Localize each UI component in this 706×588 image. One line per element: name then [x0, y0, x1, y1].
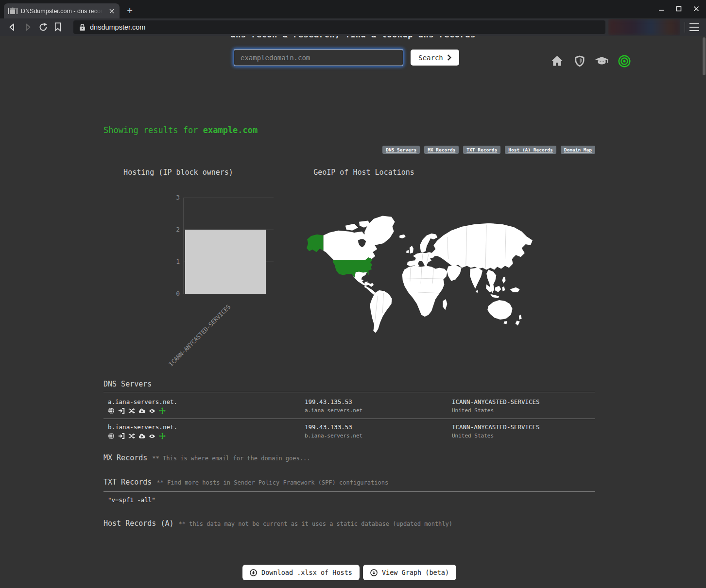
- browser-tab[interactable]: DNSdumpster.com - dns recon and research…: [4, 3, 120, 18]
- dns-server-ip: 199.43.133.53: [305, 423, 352, 431]
- dns-server-host: b.iana-servers.net: [305, 433, 362, 439]
- back-button[interactable]: [7, 22, 17, 32]
- divider: [103, 419, 595, 419]
- dns-servers-heading: DNS Servers: [103, 380, 152, 388]
- bar-chart-x-label: ICANN-ANYCASTED-SERVICES: [166, 302, 233, 369]
- url-bar[interactable]: dnsdumpster.com: [73, 20, 605, 34]
- dns-row-actions: [108, 433, 166, 439]
- search-button-label: Search: [418, 54, 443, 62]
- divider: [103, 392, 595, 392]
- badge-host-a-records[interactable]: Host (A) Records: [505, 146, 556, 154]
- mx-records-heading: MX Records** This is where email for the…: [103, 454, 310, 462]
- eye-icon[interactable]: [149, 407, 155, 414]
- page-content: dns recon & research, find & lookup dns …: [0, 36, 706, 588]
- chevron-right-icon: [447, 54, 451, 61]
- section-nav-badges: DNS Servers MX Records TXT Records Host …: [382, 146, 595, 154]
- badge-mx-records[interactable]: MX Records: [424, 146, 459, 154]
- reload-button[interactable]: [38, 22, 48, 32]
- minimize-button[interactable]: [656, 4, 666, 14]
- dns-server-row: b.iana-servers.net. 199.43.133.53 b.iana…: [103, 421, 595, 445]
- view-graph-button[interactable]: View Graph (beta): [363, 565, 456, 580]
- cloud-download-icon[interactable]: [138, 407, 145, 414]
- cloud-download-icon[interactable]: [138, 433, 145, 439]
- url-text: dnsdumpster.com: [90, 23, 145, 31]
- menu-button[interactable]: [689, 23, 699, 31]
- download-xlsx-button[interactable]: Download .xlsx of Hosts: [242, 565, 360, 580]
- lock-icon: [79, 23, 86, 31]
- globe-icon[interactable]: [108, 407, 115, 414]
- dns-server-country: United States: [452, 407, 494, 414]
- bar: [185, 230, 266, 294]
- badge-dns-servers[interactable]: DNS Servers: [382, 146, 420, 154]
- dns-server-org: ICANN-ANYCASTED-SERVICES: [452, 423, 540, 431]
- chart-title: Hosting (IP block owners): [103, 168, 253, 177]
- blurred-extensions-area: [608, 19, 680, 35]
- scrollbar: [702, 36, 706, 588]
- host-records-note: ** this data may not be current as it us…: [179, 521, 453, 527]
- browser-window: DNSdumpster.com - dns recon and research…: [0, 0, 706, 588]
- dumpster-favicon-icon: [8, 7, 17, 15]
- results-domain: example.com: [203, 125, 258, 135]
- maximize-button[interactable]: [674, 4, 684, 14]
- graduation-cap-icon[interactable]: [595, 54, 608, 67]
- dns-row-actions: [108, 407, 166, 414]
- browser-toolbar: dnsdumpster.com: [0, 18, 706, 36]
- browser-tab-bar: DNSdumpster.com - dns recon and research…: [0, 0, 706, 18]
- window-controls: [656, 4, 701, 14]
- page-tagline: dns recon & research, find & lookup dns …: [0, 36, 706, 39]
- bar-chart-plot: 0123: [183, 198, 274, 294]
- move-icon[interactable]: [159, 433, 166, 439]
- search-input[interactable]: [234, 49, 403, 66]
- dns-server-row: a.iana-servers.net. 199.43.135.53 a.iana…: [103, 396, 595, 420]
- move-icon[interactable]: [159, 407, 166, 414]
- eye-icon[interactable]: [149, 433, 155, 439]
- bullseye-icon[interactable]: [618, 54, 631, 67]
- header-icon-links: [551, 54, 631, 67]
- mx-records-note: ** This is where email for the domain go…: [152, 455, 310, 462]
- globe-icon[interactable]: [108, 433, 115, 439]
- txt-record-value: "v=spf1 -all": [108, 496, 155, 504]
- shield-icon[interactable]: [573, 54, 586, 67]
- tab-title: DNSdumpster.com - dns recon and research…: [21, 8, 103, 15]
- forward-button[interactable]: [23, 22, 33, 32]
- dns-server-ip: 199.43.135.53: [305, 398, 352, 405]
- new-tab-button[interactable]: +: [124, 5, 135, 16]
- results-heading: Showing results for example.com: [103, 125, 258, 135]
- scrollbar-thumb[interactable]: [703, 37, 706, 75]
- sign-in-icon[interactable]: [118, 407, 125, 414]
- sign-in-icon[interactable]: [118, 433, 125, 439]
- dns-server-country: United States: [452, 433, 494, 439]
- badge-domain-map[interactable]: Domain Map: [561, 146, 595, 154]
- home-icon[interactable]: [551, 54, 564, 67]
- map-title: GeoIP of Host Locations: [300, 168, 428, 177]
- txt-records-heading: TXT Records** Find more hosts in Sender …: [103, 478, 388, 487]
- search-button[interactable]: Search: [411, 50, 459, 66]
- dns-server-name: b.iana-servers.net.: [108, 423, 177, 431]
- dns-server-name: a.iana-servers.net.: [108, 398, 177, 405]
- world-map: [300, 210, 535, 335]
- host-records-heading: Host Records (A)** this data may not be …: [103, 519, 452, 528]
- tab-close-icon[interactable]: [108, 7, 116, 15]
- bookmark-icon[interactable]: [54, 22, 64, 32]
- circle-download-icon: [250, 569, 257, 576]
- dns-server-host: a.iana-servers.net: [305, 407, 362, 414]
- dns-server-org: ICANN-ANYCASTED-SERVICES: [452, 398, 540, 405]
- toolbar-separator: [685, 22, 685, 33]
- circle-download-icon: [370, 569, 378, 576]
- divider: [103, 491, 595, 492]
- shuffle-icon[interactable]: [128, 407, 135, 414]
- shuffle-icon[interactable]: [128, 433, 135, 439]
- close-button[interactable]: [691, 4, 701, 14]
- txt-records-note: ** Find more hosts in Sender Policy Fram…: [156, 479, 388, 486]
- badge-txt-records[interactable]: TXT Records: [463, 146, 500, 154]
